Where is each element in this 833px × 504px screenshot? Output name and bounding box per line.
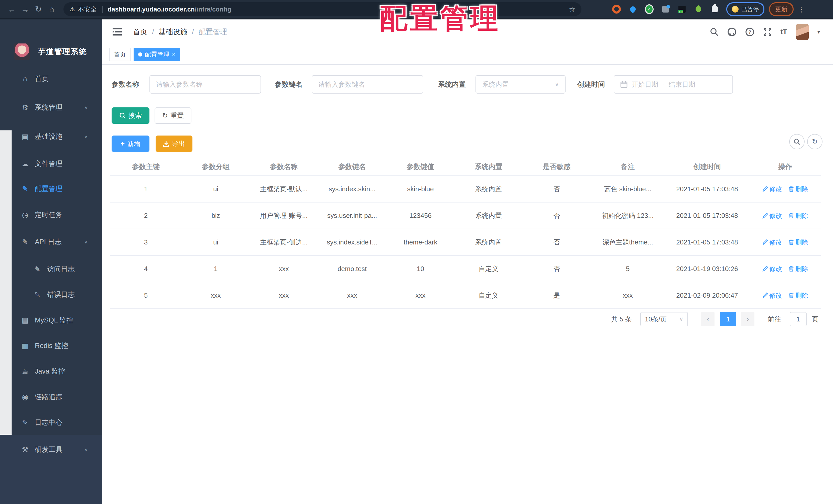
search-icon: [119, 112, 126, 119]
goto-label: 前往: [768, 312, 781, 326]
table-body: 1 ui 主框架页-默认... sys.index.skin... skin-b…: [110, 176, 821, 309]
search-button[interactable]: 搜索: [112, 107, 149, 124]
sidebar-item-java-monitor[interactable]: ☕ Java 监控: [0, 362, 102, 380]
prev-page-button[interactable]: ‹: [701, 312, 715, 326]
refresh-icon: ↻: [162, 112, 168, 120]
breadcrumb-home[interactable]: 首页: [133, 27, 147, 37]
delete-link[interactable]: 删除: [788, 238, 808, 247]
search-icon[interactable]: [710, 28, 719, 36]
current-page-button[interactable]: 1: [720, 312, 736, 326]
extension-green-check-icon[interactable]: ✓: [645, 5, 653, 14]
breadcrumb-current: 配置管理: [198, 27, 227, 37]
edit-link[interactable]: 修改: [762, 264, 782, 273]
extension-orange-ring-icon[interactable]: [612, 5, 621, 14]
user-menu-caret-icon[interactable]: ▾: [817, 29, 820, 35]
back-icon[interactable]: ←: [5, 5, 19, 14]
bookmark-star-icon[interactable]: ☆: [569, 5, 575, 14]
tab-home[interactable]: 首页: [109, 48, 130, 61]
font-size-icon[interactable]: tT: [781, 28, 787, 36]
refresh-icon: ↻: [812, 138, 818, 146]
github-icon[interactable]: [727, 27, 737, 36]
extension-cn-badge-icon[interactable]: cn: [678, 5, 686, 14]
home-icon: ⌂: [21, 75, 30, 83]
sidebar-toggle-icon[interactable]: [113, 28, 122, 36]
sidebar-item-dev-tools[interactable]: ⚒ 研发工具 ∨: [0, 440, 102, 459]
sidebar-item-home[interactable]: ⌂ 首页: [0, 70, 102, 88]
param-name-label: 参数名称: [112, 75, 139, 94]
sidebar-item-error-logs[interactable]: ✎ 错误日志: [0, 285, 102, 304]
chevron-up-icon: ∧: [84, 134, 88, 139]
sidebar-item-scheduled-jobs[interactable]: ◷ 定时任务: [0, 206, 102, 224]
omnibox-divider: [102, 6, 103, 13]
sidebar-item-config-manage[interactable]: ✎ 配置管理: [0, 179, 102, 198]
param-key-input[interactable]: 请输入参数键名: [312, 75, 423, 94]
refresh-table-button[interactable]: ↻: [807, 134, 823, 149]
fullscreen-icon[interactable]: [763, 28, 772, 36]
delete-link[interactable]: 删除: [788, 264, 808, 273]
tab-config-manage[interactable]: 配置管理 ×: [134, 48, 180, 61]
extension-grid-icon[interactable]: [661, 5, 670, 14]
toggle-search-button[interactable]: [789, 134, 805, 149]
help-icon[interactable]: ?: [745, 27, 755, 36]
edit-pencil-icon: [762, 186, 768, 192]
browser-update-button[interactable]: 更新: [769, 2, 793, 16]
add-button[interactable]: + 新增: [112, 135, 149, 152]
sidebar-item-redis-monitor[interactable]: ▦ Redis 监控: [0, 336, 102, 355]
extensions-puzzle-icon[interactable]: [710, 5, 719, 14]
date-end-placeholder: 结束日期: [669, 80, 695, 89]
redis-icon: ▦: [21, 342, 30, 350]
delete-link[interactable]: 删除: [788, 211, 808, 220]
table-row: 3 ui 主框架页-侧边... sys.index.sideT... theme…: [110, 229, 821, 256]
sidebar-item-log-center[interactable]: ✎ 日志中心: [0, 413, 102, 432]
gear-icon: ⚙: [21, 103, 30, 112]
edit-link[interactable]: 修改: [762, 291, 782, 300]
extension-blue-pin-icon[interactable]: [628, 5, 637, 14]
annotation-overlay-title: 配置管理: [380, 0, 501, 37]
address-bar[interactable]: ⚠ 不安全 dashboard.yudao.iocoder.cn/infra/c…: [64, 2, 581, 16]
home-icon[interactable]: ⌂: [45, 5, 58, 14]
sidebar-item-system[interactable]: ⚙ 系统管理 ∨: [0, 98, 102, 117]
chevron-down-icon: ∨: [84, 447, 88, 452]
edit-link[interactable]: 修改: [762, 185, 782, 193]
param-name-input[interactable]: 请输入参数名称: [149, 75, 261, 94]
tags-view-bar: 首页 配置管理 ×: [102, 45, 833, 65]
reset-button[interactable]: ↻ 重置: [154, 107, 191, 124]
date-range-picker[interactable]: 开始日期 - 结束日期: [614, 75, 733, 94]
cloud-icon: ☁: [21, 159, 30, 168]
sidebar: 芋道管理系统 ⌂ 首页 ⚙ 系统管理 ∨ ▣ 基础设施 ∧ ☁ 文件管理 ✎ 配…: [0, 20, 102, 504]
page-size-select[interactable]: 10条/页 ∨: [640, 312, 688, 326]
sidebar-item-mysql-monitor[interactable]: ▤ MySQL 监控: [0, 311, 102, 329]
svg-text:?: ?: [748, 30, 751, 35]
export-button[interactable]: 导出: [156, 135, 192, 152]
trash-icon: [788, 239, 794, 245]
forward-icon[interactable]: →: [19, 5, 32, 14]
browser-menu-icon[interactable]: ⋮: [798, 5, 805, 14]
edit-pencil-icon: [762, 212, 768, 219]
edit-link[interactable]: 修改: [762, 238, 782, 247]
edit-link[interactable]: 修改: [762, 211, 782, 220]
sidebar-item-file-manage[interactable]: ☁ 文件管理: [0, 154, 102, 173]
tab-close-icon[interactable]: ×: [172, 51, 175, 57]
chevron-up-icon: ∧: [84, 240, 88, 244]
goto-page-input[interactable]: [790, 312, 807, 326]
next-page-button[interactable]: ›: [741, 312, 755, 326]
tools-icon: ⚒: [21, 446, 30, 454]
log-icon: ✎: [33, 291, 42, 299]
extension-leaf-icon[interactable]: [694, 5, 703, 14]
log-icon: ✎: [21, 238, 30, 246]
breadcrumb-infra[interactable]: 基础设施: [159, 27, 187, 37]
reload-icon[interactable]: ↻: [32, 4, 45, 14]
active-tab-dot: [138, 52, 142, 56]
trash-icon: [788, 292, 794, 298]
sidebar-item-access-logs[interactable]: ✎ 访问日志: [0, 260, 102, 278]
profile-paused-badge[interactable]: 已暂停: [726, 2, 764, 16]
eye-icon: ◉: [21, 393, 30, 401]
sidebar-item-api-logs[interactable]: ✎ API 日志 ∧: [0, 233, 102, 251]
delete-link[interactable]: 删除: [788, 291, 808, 300]
user-avatar[interactable]: [796, 24, 809, 40]
delete-link[interactable]: 删除: [788, 185, 808, 193]
sidebar-item-tracing[interactable]: ◉ 链路追踪: [0, 388, 102, 406]
system-builtin-select[interactable]: 系统内置 ∨: [475, 75, 566, 94]
sidebar-item-infra[interactable]: ▣ 基础设施 ∧: [0, 127, 102, 146]
app-logo-row: 芋道管理系统: [0, 42, 102, 61]
